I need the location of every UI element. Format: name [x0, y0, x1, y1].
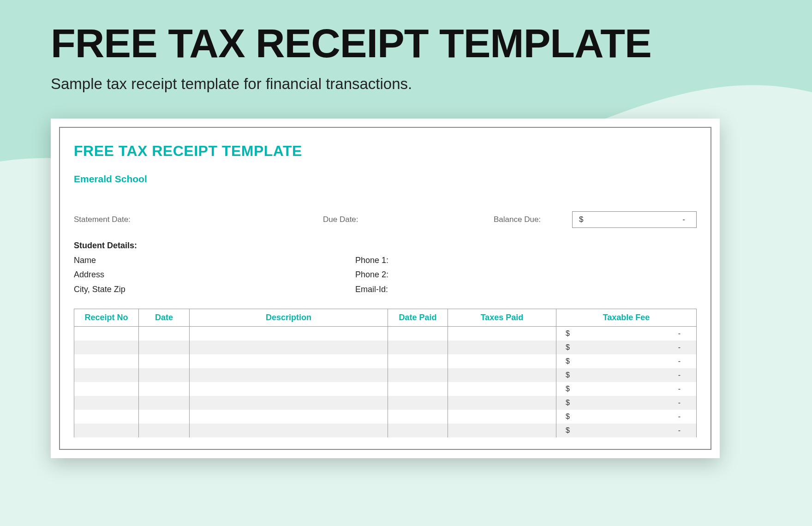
fee-value: -: [678, 426, 681, 435]
fee-currency: $: [566, 412, 570, 421]
student-details-heading: Student Details:: [74, 241, 697, 251]
student-city: City, State Zip: [74, 282, 355, 297]
document-preview: FREE TAX RECEIPT TEMPLATE Emerald School…: [51, 119, 761, 458]
table-cell: [74, 341, 139, 354]
table-cell: [139, 424, 190, 437]
organization-name: Emerald School: [74, 173, 697, 185]
table-cell: [448, 424, 556, 437]
table-cell: [190, 341, 388, 354]
document-title: FREE TAX RECEIPT TEMPLATE: [74, 143, 697, 160]
table-cell: [139, 327, 190, 341]
meta-row: Statement Date: Due Date: Balance Due: $…: [74, 211, 697, 228]
page-title: FREE TAX RECEIPT TEMPLATE: [51, 23, 761, 64]
table-cell: [190, 382, 388, 396]
student-phone2: Phone 2:: [355, 268, 697, 282]
table-row: $-: [74, 341, 697, 354]
balance-currency: $: [579, 215, 583, 224]
table-cell: [388, 410, 448, 424]
student-details-left: Name Address City, State Zip: [74, 253, 355, 297]
student-details: Student Details: Name Address City, Stat…: [74, 241, 697, 297]
fee-currency: $: [566, 426, 570, 435]
table-cell: [190, 410, 388, 424]
student-address: Address: [74, 268, 355, 282]
column-header-date-paid: Date Paid: [388, 309, 448, 327]
fee-value: -: [678, 399, 681, 407]
table-cell: [388, 368, 448, 382]
table-row: $-: [74, 382, 697, 396]
table-cell: $-: [556, 424, 697, 437]
page-subtitle: Sample tax receipt template for financia…: [51, 74, 429, 95]
balance-value: -: [682, 215, 685, 224]
table-row: $-: [74, 396, 697, 410]
column-header-taxes-paid: Taxes Paid: [448, 309, 556, 327]
table-cell: [74, 368, 139, 382]
table-cell: [190, 368, 388, 382]
fee-value: -: [678, 371, 681, 379]
table-row: $-: [74, 424, 697, 437]
table-row: $-: [74, 327, 697, 341]
fee-value: -: [678, 329, 681, 338]
table-cell: [448, 354, 556, 368]
table-cell: [139, 410, 190, 424]
fee-currency: $: [566, 329, 570, 338]
table-cell: [190, 424, 388, 437]
table-cell: [74, 382, 139, 396]
column-header-taxable-fee: Taxable Fee: [556, 309, 697, 327]
table-cell: [388, 396, 448, 410]
table-row: $-: [74, 410, 697, 424]
fee-value: -: [678, 343, 681, 352]
table-cell: $-: [556, 382, 697, 396]
table-cell: [388, 354, 448, 368]
fee-currency: $: [566, 343, 570, 352]
student-phone1: Phone 1:: [355, 253, 697, 268]
table-cell: [448, 410, 556, 424]
table-cell: [448, 382, 556, 396]
table-cell: [139, 382, 190, 396]
table-cell: [388, 327, 448, 341]
table-cell: [448, 327, 556, 341]
student-email: Email-Id:: [355, 282, 697, 297]
column-header-date: Date: [139, 309, 190, 327]
statement-date-label: Statement Date:: [74, 215, 323, 224]
table-cell: [139, 354, 190, 368]
table-cell: [74, 410, 139, 424]
fee-value: -: [678, 385, 681, 393]
fee-value: -: [678, 357, 681, 365]
table-cell: [190, 396, 388, 410]
table-cell: [388, 382, 448, 396]
fee-currency: $: [566, 385, 570, 393]
table-cell: [190, 327, 388, 341]
table-cell: [139, 368, 190, 382]
table-cell: [448, 368, 556, 382]
table-row: $-: [74, 368, 697, 382]
table-cell: [74, 354, 139, 368]
student-name: Name: [74, 253, 355, 268]
table-cell: [388, 341, 448, 354]
fee-currency: $: [566, 399, 570, 407]
receipt-table: Receipt No Date Description Date Paid Ta…: [74, 309, 697, 437]
table-cell: $-: [556, 410, 697, 424]
balance-due-box: $ -: [572, 211, 697, 228]
table-cell: $-: [556, 354, 697, 368]
due-date-label: Due Date:: [323, 215, 494, 224]
table-cell: [448, 341, 556, 354]
table-cell: $-: [556, 341, 697, 354]
table-cell: $-: [556, 327, 697, 341]
table-cell: [448, 396, 556, 410]
balance-due-label: Balance Due:: [494, 215, 572, 224]
table-cell: [388, 424, 448, 437]
student-details-right: Phone 1: Phone 2: Email-Id:: [355, 253, 697, 297]
fee-currency: $: [566, 371, 570, 379]
table-cell: [139, 341, 190, 354]
table-row: $-: [74, 354, 697, 368]
fee-currency: $: [566, 357, 570, 365]
table-cell: [74, 424, 139, 437]
column-header-receipt-no: Receipt No: [74, 309, 139, 327]
fee-value: -: [678, 412, 681, 421]
table-cell: [139, 396, 190, 410]
table-cell: [190, 354, 388, 368]
table-cell: [74, 327, 139, 341]
table-cell: [74, 396, 139, 410]
table-cell: $-: [556, 368, 697, 382]
table-cell: $-: [556, 396, 697, 410]
